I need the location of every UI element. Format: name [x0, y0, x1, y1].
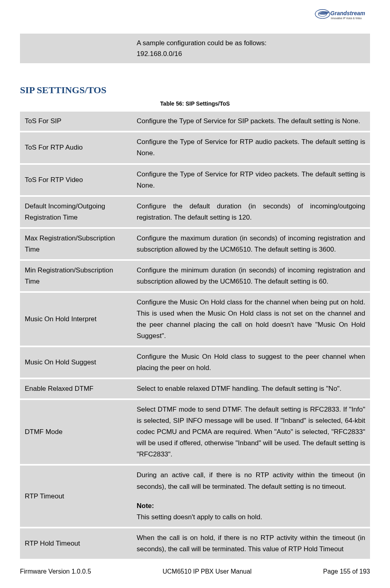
intro-label-cell — [20, 34, 132, 63]
footer-page-number: Page 155 of 193 — [323, 568, 370, 575]
setting-label: Min Registration/Subscription Time — [20, 261, 132, 291]
setting-label: ToS For RTP Video — [20, 165, 132, 195]
setting-desc: Select to enable relaxed DTMF handling. … — [132, 379, 370, 398]
grandstream-logo-icon: Grandstream Innovative IP Voice & Video — [314, 7, 370, 25]
section-heading: SIP SETTINGS/TOS — [20, 85, 370, 96]
setting-label: RTP Hold Timeout — [20, 528, 132, 559]
setting-desc: Configure the maximum duration (in secon… — [132, 229, 370, 259]
intro-desc-cell: A sample configuration could be as follo… — [132, 34, 370, 63]
setting-desc: Configure the Music On Hold class for th… — [132, 293, 370, 346]
page-footer: Firmware Version 1.0.0.5 UCM6510 IP PBX … — [20, 568, 370, 575]
setting-desc: Configure the Type of Service for SIP pa… — [132, 112, 370, 131]
footer-firmware: Firmware Version 1.0.0.5 — [20, 568, 91, 575]
intro-line2: 192.168.0.0/16 — [137, 50, 182, 58]
setting-desc: During an active call, if there is no RT… — [132, 466, 370, 526]
setting-desc: Configure the Music On Hold class to sug… — [132, 347, 370, 378]
setting-label: Music On Hold Suggest — [20, 347, 132, 378]
setting-label: DTMF Mode — [20, 400, 132, 464]
brand-logo: Grandstream Innovative IP Voice & Video — [314, 7, 370, 27]
footer-manual-title: UCM6510 IP PBX User Manual — [163, 568, 252, 575]
svg-text:Grandstream: Grandstream — [330, 10, 365, 16]
table-row: ToS For SIP Configure the Type of Servic… — [20, 112, 370, 131]
table-row: Default Incoming/Outgoing Registration T… — [20, 197, 370, 227]
setting-label: Music On Hold Interpret — [20, 293, 132, 346]
setting-label: Max Registration/Subscription Time — [20, 229, 132, 259]
sip-settings-table: ToS For SIP Configure the Type of Servic… — [20, 110, 370, 560]
page-content: A sample configuration could be as follo… — [20, 32, 370, 560]
table-row: DTMF Mode Select DTMF mode to send DTMF.… — [20, 400, 370, 464]
setting-label: RTP Timeout — [20, 466, 132, 526]
table-row: A sample configuration could be as follo… — [20, 34, 370, 63]
table-row: Enable Relaxed DTMF Select to enable rel… — [20, 379, 370, 398]
setting-desc: Configure the Type of Service for RTP vi… — [132, 165, 370, 195]
setting-desc: Select DTMF mode to send DTMF. The defau… — [132, 400, 370, 464]
setting-label: ToS For SIP — [20, 112, 132, 131]
table-row: Music On Hold Suggest Configure the Musi… — [20, 347, 370, 378]
svg-text:Innovative IP Voice & Video: Innovative IP Voice & Video — [331, 17, 362, 20]
setting-label: ToS For RTP Audio — [20, 132, 132, 163]
table-row: RTP Hold Timeout When the call is on hol… — [20, 528, 370, 559]
table-row: Min Registration/Subscription Time Confi… — [20, 261, 370, 291]
setting-desc: When the call is on hold, if there is no… — [132, 528, 370, 559]
setting-label: Default Incoming/Outgoing Registration T… — [20, 197, 132, 227]
setting-desc: Configure the default duration (in secon… — [132, 197, 370, 227]
intro-config-table: A sample configuration could be as follo… — [20, 32, 370, 65]
table-row: ToS For RTP Audio Configure the Type of … — [20, 132, 370, 163]
table-row: Max Registration/Subscription Time Confi… — [20, 229, 370, 259]
setting-label: Enable Relaxed DTMF — [20, 379, 132, 398]
table-row: Music On Hold Interpret Configure the Mu… — [20, 293, 370, 346]
intro-line1: A sample configuration could be as follo… — [137, 39, 267, 47]
table-row: ToS For RTP Video Configure the Type of … — [20, 165, 370, 195]
setting-desc: Configure the minimum duration (in secon… — [132, 261, 370, 291]
setting-desc: Configure the Type of Service for RTP au… — [132, 132, 370, 163]
table-row: RTP Timeout During an active call, if th… — [20, 466, 370, 526]
note-text: This setting doesn't apply to calls on h… — [137, 513, 262, 521]
note-label: Note: — [137, 500, 365, 512]
table-caption: Table 56: SIP Settings/ToS — [20, 100, 370, 107]
rtp-timeout-desc: During an active call, if there is no RT… — [137, 471, 365, 490]
